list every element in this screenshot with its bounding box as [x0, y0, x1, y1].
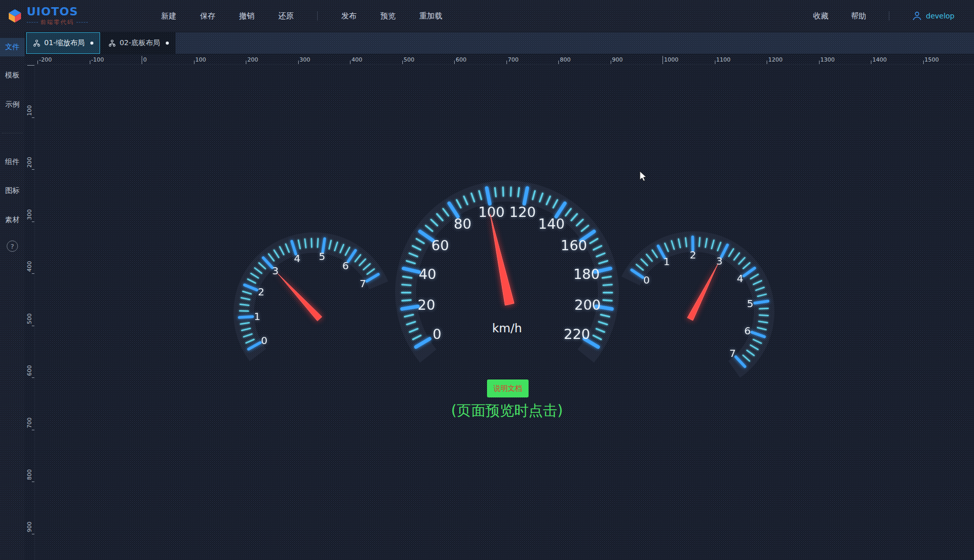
gauge-scale-label: 60	[432, 237, 449, 253]
sidebar-item-5[interactable]: 图标	[0, 182, 25, 200]
design-canvas[interactable]: 01234567020406080100120140160180200220km…	[35, 65, 974, 560]
preview-hint-text: (页面预览时点击)	[430, 401, 584, 421]
minor-tick	[511, 187, 511, 196]
ruler-label: -100	[91, 56, 104, 63]
gauge-needle	[490, 214, 514, 305]
cube-3d-logo-icon	[7, 8, 23, 24]
menu-item[interactable]: 收藏	[813, 11, 828, 21]
ruler-tick	[402, 61, 403, 64]
ruler-label: 200	[247, 56, 258, 63]
sidebar-item-2[interactable]: 模板	[0, 66, 25, 85]
topbar: UIOTOS 前端零代码 新建保存撤销还原发布预览重加载 收藏帮助 develo…	[0, 0, 974, 32]
ruler-tick	[767, 61, 767, 64]
ruler-tick	[32, 482, 34, 482]
app-title: UIOTOS	[27, 6, 88, 18]
doc-button[interactable]: 说明文档	[487, 379, 529, 397]
ruler-label: 400	[352, 56, 362, 63]
sidebar: 文件模板示例组件图标素材?	[0, 32, 25, 560]
gauge-scale-label: 7	[729, 347, 736, 359]
ruler-label: 1400	[872, 56, 887, 63]
ruler-tick	[715, 61, 715, 64]
ruler-tick	[350, 61, 350, 64]
ruler-tick	[32, 169, 34, 170]
ruler-label: 1500	[925, 56, 939, 63]
minor-tick	[311, 238, 312, 247]
menu-item[interactable]: 帮助	[851, 11, 866, 21]
ruler-tick	[32, 534, 34, 534]
gauge-scale-label: 120	[510, 204, 536, 220]
menu-item[interactable]: 新建	[161, 11, 177, 21]
gauge-scale-label: 6	[342, 259, 349, 272]
gauge-scale-label: 7	[360, 277, 366, 290]
menu-item[interactable]: 保存	[200, 11, 216, 21]
page-tab-1[interactable]: 01-缩放布局	[26, 32, 100, 54]
sitemap-icon	[33, 39, 41, 47]
menu-item[interactable]: 还原	[278, 11, 294, 21]
ruler-tick	[871, 61, 871, 64]
ruler-label: 500	[26, 313, 33, 324]
ruler-label: 900	[26, 522, 33, 532]
ruler-label: 100	[26, 105, 33, 116]
ruler-tick	[663, 56, 663, 64]
user-chip[interactable]: develop	[912, 11, 954, 21]
sitemap-icon	[108, 39, 116, 47]
ruler-tick	[37, 61, 38, 64]
logo-dash-right	[76, 22, 88, 23]
ruler-tick	[194, 61, 194, 64]
sidebar-item-6[interactable]: 素材	[0, 211, 25, 229]
minor-tick	[603, 285, 612, 285]
gauge-scale-label: 0	[644, 274, 650, 286]
menu-item[interactable]: 重加载	[419, 11, 442, 21]
menu-item[interactable]: 撤销	[239, 11, 255, 21]
minor-tick	[759, 308, 768, 309]
app-subtitle: 前端零代码	[41, 18, 74, 26]
minor-tick	[495, 188, 496, 196]
gauge-tachometer-left[interactable]: 01234567	[239, 238, 379, 355]
horizontal-ruler: -200-10001002003004005006007008009001000…	[25, 54, 974, 65]
help-icon[interactable]: ?	[7, 241, 18, 252]
page-tab-2[interactable]: 02-底板布局	[102, 32, 176, 54]
menu-item[interactable]: 发布	[341, 11, 357, 21]
ruler-label: 1300	[821, 56, 835, 63]
menu-divider	[889, 11, 889, 21]
major-tick	[755, 301, 768, 303]
ruler-tick	[819, 61, 820, 64]
gauge-scale-label: 1	[664, 255, 670, 268]
sidebar-item-4[interactable]: 组件	[0, 153, 25, 171]
ruler-label: 600	[456, 56, 466, 63]
gauge-scale-label: 140	[538, 216, 565, 232]
minor-tick	[686, 238, 687, 247]
gauge-scale-label: 20	[418, 297, 435, 313]
gauge-needle	[687, 264, 717, 321]
user-name: develop	[926, 12, 954, 20]
logo[interactable]: UIOTOS 前端零代码	[7, 6, 94, 26]
app-root: UIOTOS 前端零代码 新建保存撤销还原发布预览重加载 收藏帮助 develo…	[0, 0, 974, 560]
minor-tick	[503, 187, 503, 196]
unsaved-dot	[90, 42, 93, 45]
ruler-label: 1200	[768, 56, 783, 63]
gauge-scale-label: 180	[573, 266, 600, 282]
ruler-tick	[298, 61, 299, 64]
ruler-tick	[90, 61, 90, 64]
gauge-tachometer-right[interactable]: 01234567	[631, 237, 768, 369]
logo-dash-left	[27, 22, 38, 23]
sidebar-item-1[interactable]: 文件	[0, 38, 25, 56]
tabbar-filler	[176, 32, 974, 54]
menu-divider	[317, 11, 318, 21]
ruler-label: 700	[26, 417, 33, 428]
gauge-speedometer-center[interactable]: 020406080100120140160180200220km/h	[402, 187, 612, 356]
minor-tick	[699, 237, 699, 246]
ruler-label: 1000	[664, 56, 678, 63]
ruler-label: 300	[300, 56, 310, 63]
gauge-scale-label: 0	[433, 326, 441, 342]
tab-label: 01-缩放布局	[44, 38, 85, 48]
ruler-label: 100	[196, 56, 206, 63]
gauge-scale-label: 1	[254, 310, 261, 323]
ruler-label: 400	[26, 261, 33, 272]
gauge-scale-label: 0	[261, 334, 268, 347]
minor-tick	[402, 285, 411, 285]
ruler-tick	[32, 377, 34, 378]
sidebar-item-3[interactable]: 示例	[0, 95, 25, 114]
gauge-scale-label: 200	[574, 297, 601, 313]
menu-item[interactable]: 预览	[380, 11, 396, 21]
